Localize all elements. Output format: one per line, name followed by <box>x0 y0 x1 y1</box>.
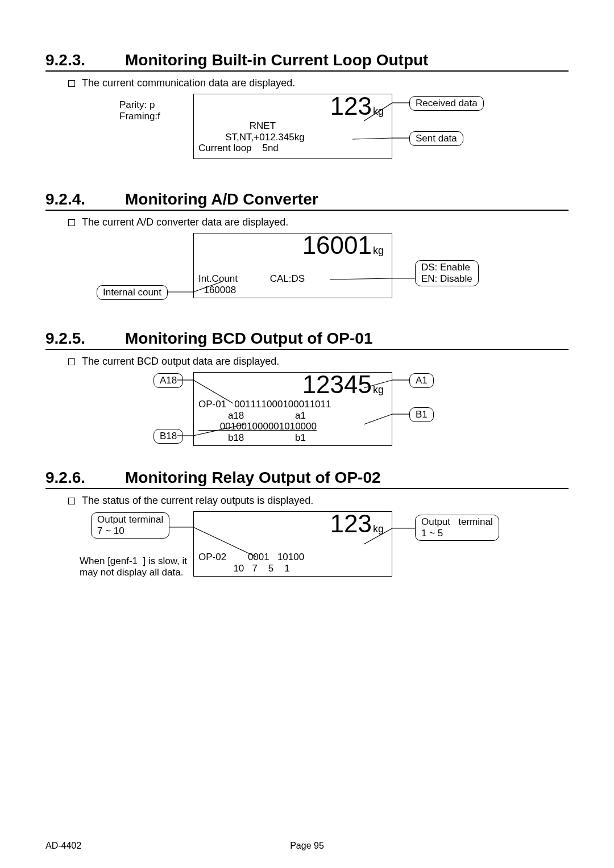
bullet-icon <box>68 498 75 504</box>
lcd-reading-value: 12345 <box>302 370 372 398</box>
section-title: Monitoring A/D Converter <box>125 190 318 208</box>
lcd-924: 16001kg Int.Count CAL:DS 160008 <box>193 233 392 298</box>
lcd-line: RNET <box>198 120 387 132</box>
lcd-925: 12345kg OP-01 001111000100011011 a18 a1 … <box>193 372 392 446</box>
lcd-line: b18 b1 <box>198 432 387 444</box>
diagram-925: 12345kg OP-01 001111000100011011 a18 a1 … <box>45 372 569 452</box>
lcd-reading-unit: kg <box>373 106 384 117</box>
genf-note: When [genf-1 ] is slow, it may not displ… <box>80 556 187 578</box>
section-heading-923: 9.2.3. Monitoring Built-in Current Loop … <box>45 51 569 72</box>
section-heading-924: 9.2.4. Monitoring A/D Converter <box>45 190 569 211</box>
bullet-icon <box>68 358 75 365</box>
bullet-926: The status of the current relay outputs … <box>68 495 569 507</box>
callout-b1: B1 <box>409 407 434 422</box>
lcd-reading: 12345kg <box>302 370 384 399</box>
callout-ds-en: DS: Enable EN: Disable <box>415 260 479 286</box>
bullet-text: The status of the current relay outputs … <box>82 495 313 507</box>
section-title: Monitoring BCD Output of OP-01 <box>125 329 373 348</box>
bullet-text: The current BCD output data are displaye… <box>82 356 279 368</box>
section-number: 9.2.4. <box>45 190 125 208</box>
callout-output-terminal-1-5: Output terminal 1 ~ 5 <box>415 515 499 541</box>
bullet-icon <box>68 80 75 87</box>
callout-sent-data: Sent data <box>409 131 463 146</box>
lcd-reading: 16001kg <box>302 231 384 260</box>
callout-internal-count: Internal count <box>97 285 168 300</box>
lcd-reading-value: 123 <box>330 510 372 537</box>
diagram-924: 16001kg Int.Count CAL:DS 160008 Internal… <box>45 233 569 312</box>
section-heading-925: 9.2.5. Monitoring BCD Output of OP-01 <box>45 329 569 350</box>
lcd-reading-value: 16001 <box>302 231 372 259</box>
lcd-923: 123kg RNET ST,NT,+012.345kg Current loop… <box>193 94 392 159</box>
footer-page: Page 95 <box>290 841 324 851</box>
lcd-line: ST,NT,+012.345kg <box>198 132 387 143</box>
lcd-line: 160008 <box>198 285 387 296</box>
lcd-reading: 123kg <box>330 510 384 538</box>
footer-model: AD-4402 <box>45 841 81 850</box>
callout-received-data: Received data <box>409 96 484 111</box>
section-number: 9.2.6. <box>45 469 125 487</box>
section-heading-926: 9.2.6. Monitoring Relay Output of OP-02 <box>45 469 569 489</box>
bullet-924: The current A/D converter data are displ… <box>68 216 569 228</box>
page-footer: AD-4402 Page 95 <box>45 841 569 851</box>
lcd-line: Current loop 5nd <box>198 143 387 154</box>
section-number: 9.2.5. <box>45 329 125 348</box>
lcd-reading-unit: kg <box>373 245 384 256</box>
lcd-line: a18 a1 <box>198 410 387 422</box>
lcd-926: 123kg OP-02 0001 10100 10 7 5 1 <box>193 511 392 577</box>
section-number: 9.2.3. <box>45 51 125 69</box>
lcd-reading: 123kg <box>330 92 384 120</box>
callout-output-terminal-7-10: Output terminal 7 ~ 10 <box>91 512 169 539</box>
bullet-925: The current BCD output data are displaye… <box>68 356 569 368</box>
lcd-line: 001001000001010000 <box>198 421 387 432</box>
bullet-text: The current A/D converter data are displ… <box>82 216 288 228</box>
diagram-926: Output terminal 7 ~ 10 When [genf-1 ] is… <box>45 511 569 608</box>
section-title: Monitoring Relay Output of OP-02 <box>125 469 381 487</box>
diagram-923: Parity: p Framing:f 123kg RNET ST,NT,+01… <box>45 94 569 173</box>
parity-framing-note: Parity: p Framing:f <box>119 99 160 122</box>
lcd-line: OP-02 0001 10100 <box>198 552 387 563</box>
lcd-line: OP-01 001111000100011011 <box>198 399 387 410</box>
lcd-line: 10 7 5 1 <box>198 563 387 574</box>
lcd-reading-unit: kg <box>373 523 384 535</box>
bullet-text: The current communication data are displ… <box>82 77 295 89</box>
callout-b18: B18 <box>154 429 183 444</box>
bullet-icon <box>68 219 75 226</box>
callout-a1: A1 <box>409 373 434 388</box>
bullet-923: The current communication data are displ… <box>68 77 569 89</box>
section-title: Monitoring Built-in Current Loop Output <box>125 51 428 69</box>
lcd-reading-value: 123 <box>330 92 372 120</box>
lcd-line: Int.Count CAL:DS <box>198 273 387 285</box>
callout-a18: A18 <box>154 373 183 388</box>
lcd-reading-unit: kg <box>373 384 384 395</box>
